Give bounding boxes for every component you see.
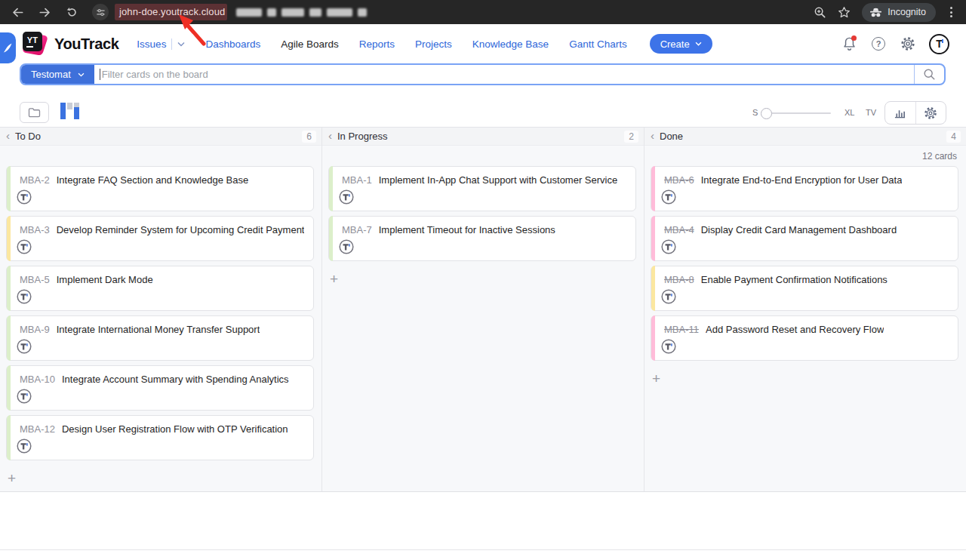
issue-id[interactable]: MBA-11 xyxy=(664,324,699,335)
issue-id[interactable]: MBA-10 xyxy=(20,374,55,385)
header-icons: ? T xyxy=(841,34,966,54)
issue-title[interactable]: Design User Registration Flow with OTP V… xyxy=(62,423,288,435)
statistics-button[interactable] xyxy=(885,102,915,124)
issue-title[interactable]: Implement Timeout for Inactive Sessions xyxy=(379,224,555,235)
issue-card[interactable]: MBA-9 Integrate International Money Tran… xyxy=(6,315,314,361)
issue-id[interactable]: MBA-9 xyxy=(20,324,50,335)
add-card-button[interactable]: + xyxy=(8,470,24,487)
chart-view-toggle[interactable] xyxy=(58,103,81,123)
slider-knob[interactable] xyxy=(761,108,772,119)
assignee-avatar[interactable] xyxy=(339,189,354,205)
issue-card[interactable]: MBA-11 Add Password Reset and Recovery F… xyxy=(651,315,958,361)
assignee-avatar[interactable] xyxy=(661,339,676,354)
assignee-avatar[interactable] xyxy=(17,389,32,404)
zoom-page-icon[interactable] xyxy=(814,6,826,19)
notification-dot xyxy=(851,35,857,41)
user-avatar[interactable]: T xyxy=(929,34,949,54)
issue-title[interactable]: Add Password Reset and Recovery Flow xyxy=(706,324,884,335)
settings-gear-icon[interactable] xyxy=(900,35,916,52)
issue-card[interactable]: MBA-7 Implement Timeout for Inactive Ses… xyxy=(328,216,636,261)
issue-id[interactable]: MBA-12 xyxy=(20,423,55,435)
collapse-chevron-icon[interactable]: ‹ xyxy=(328,130,332,141)
nav-item-reports[interactable]: Reports xyxy=(359,38,395,50)
column-in-progress-header[interactable]: ‹ In Progress 2 xyxy=(322,128,644,146)
board-settings-button[interactable] xyxy=(915,102,946,124)
url-redacted-segment xyxy=(236,8,367,17)
assignee-avatar[interactable] xyxy=(661,189,676,205)
issue-title[interactable]: Enable Payment Confirmation Notification… xyxy=(701,274,888,285)
issue-title[interactable]: Develop Reminder System for Upcoming Cre… xyxy=(57,224,304,235)
nav-item-dashboards[interactable]: Dashboards xyxy=(205,38,260,50)
nav-item-projects[interactable]: Projects xyxy=(415,38,452,50)
back-icon[interactable] xyxy=(8,2,27,22)
assignee-avatar[interactable] xyxy=(339,239,354,254)
filter-cards-input[interactable]: Filter cards on the board xyxy=(94,65,914,84)
issue-card[interactable]: MBA-5 Implement Dark Mode xyxy=(6,266,314,311)
issue-title[interactable]: Display Credit Card Management Dashboard xyxy=(701,224,897,235)
incognito-badge[interactable]: Incognito xyxy=(862,3,936,22)
search-button[interactable] xyxy=(914,65,944,84)
issues-link[interactable]: Issues xyxy=(137,38,166,50)
collapse-chevron-icon[interactable]: ‹ xyxy=(651,130,654,141)
create-button[interactable]: Create xyxy=(650,34,712,54)
nav-item-knowledge-base[interactable]: Knowledge Base xyxy=(472,38,549,50)
board-filter-bar: Testomat Filter cards on the board xyxy=(20,63,946,85)
issue-id[interactable]: MBA-2 xyxy=(20,174,50,186)
issue-title[interactable]: Integrate End-to-End Encryption for User… xyxy=(701,174,903,186)
chevron-down-icon xyxy=(695,42,702,46)
board-selector-button[interactable]: Testomat xyxy=(21,65,94,84)
issue-card[interactable]: MBA-3 Develop Reminder System for Upcomi… xyxy=(6,216,314,261)
issue-id[interactable]: MBA-4 xyxy=(664,224,694,235)
issue-id[interactable]: MBA-8 xyxy=(664,274,694,285)
assignee-avatar[interactable] xyxy=(661,239,676,254)
youtrack-logo[interactable]: YT xyxy=(23,32,48,56)
card-size-slider[interactable] xyxy=(763,112,831,114)
issue-card[interactable]: MBA-2 Integrate FAQ Section and Knowledg… xyxy=(6,166,314,211)
column-todo-header[interactable]: ‹ To Do 6 xyxy=(0,128,321,146)
issue-card[interactable]: MBA-12 Design User Registration Flow wit… xyxy=(6,415,314,460)
column-meta-row xyxy=(6,149,314,166)
bookmark-star-icon[interactable] xyxy=(838,6,851,19)
assignee-avatar[interactable] xyxy=(17,289,32,304)
issue-title[interactable]: Integrate FAQ Section and Knowledge Base xyxy=(57,174,248,186)
assignee-avatar[interactable] xyxy=(17,339,32,354)
reload-icon[interactable] xyxy=(62,2,82,22)
issue-id[interactable]: MBA-7 xyxy=(342,224,372,235)
issue-title[interactable]: Integrate Account Summary with Spending … xyxy=(62,374,289,385)
site-info-icon[interactable] xyxy=(92,4,109,20)
collapse-chevron-icon[interactable]: ‹ xyxy=(6,130,10,141)
issue-card[interactable]: MBA-1 Implement In-App Chat Support with… xyxy=(328,166,636,211)
url-text[interactable]: john-doe.youtrack.cloud xyxy=(115,4,227,20)
tv-mode-label[interactable]: TV xyxy=(866,108,876,117)
issue-id[interactable]: MBA-5 xyxy=(20,274,50,285)
issue-title[interactable]: Integrate International Money Transfer S… xyxy=(57,324,260,335)
clipper-edge-tab[interactable] xyxy=(0,32,16,63)
assignee-avatar[interactable] xyxy=(17,438,32,454)
issue-card[interactable]: MBA-6 Integrate End-to-End Encryption fo… xyxy=(651,166,958,211)
add-card-button[interactable]: + xyxy=(330,271,346,288)
issue-title[interactable]: Implement In-App Chat Support with Custo… xyxy=(379,174,617,186)
browser-menu-icon[interactable] xyxy=(947,5,955,19)
notifications-bell-icon[interactable] xyxy=(841,35,857,52)
assignee-avatar[interactable] xyxy=(661,289,676,304)
issue-card[interactable]: MBA-8 Enable Payment Confirmation Notifi… xyxy=(651,266,958,311)
forward-icon[interactable] xyxy=(35,2,54,22)
issue-id[interactable]: MBA-3 xyxy=(20,224,50,235)
hide-orphans-folder-button[interactable] xyxy=(20,102,49,123)
assignee-avatar[interactable] xyxy=(17,239,32,254)
issue-id[interactable]: MBA-6 xyxy=(664,174,694,186)
issue-title[interactable]: Implement Dark Mode xyxy=(57,274,153,285)
agile-board: ‹ To Do 6 MBA-2 Integrate FAQ Section an… xyxy=(0,127,966,492)
issue-id[interactable]: MBA-1 xyxy=(342,174,372,186)
issue-card[interactable]: MBA-4 Display Credit Card Management Das… xyxy=(651,216,958,261)
assignee-avatar[interactable] xyxy=(17,189,32,205)
nav-item-agile-boards[interactable]: Agile Boards xyxy=(281,38,339,50)
address-bar[interactable]: john-doe.youtrack.cloud xyxy=(92,4,367,20)
bar-chart-icon xyxy=(894,107,906,119)
issue-card[interactable]: MBA-10 Integrate Account Summary with Sp… xyxy=(6,365,314,411)
help-icon[interactable]: ? xyxy=(870,35,887,52)
add-card-button[interactable]: + xyxy=(652,371,669,387)
nav-item-gantt-charts[interactable]: Gantt Charts xyxy=(569,38,627,50)
column-done-header[interactable]: ‹ Done 4 xyxy=(645,128,966,146)
board-selector-label: Testomat xyxy=(31,69,71,80)
